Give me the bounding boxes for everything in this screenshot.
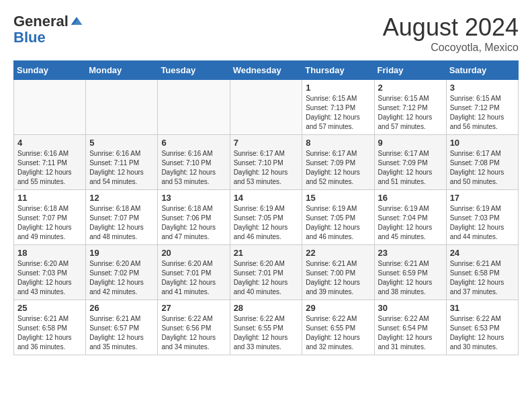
day-number: 8 <box>306 138 370 148</box>
calendar-cell: 31Sunrise: 6:22 AM Sunset: 6:53 PM Dayli… <box>446 300 518 355</box>
weekday-header-wednesday: Wednesday <box>230 61 302 80</box>
calendar-cell: 17Sunrise: 6:19 AM Sunset: 7:03 PM Dayli… <box>446 190 518 245</box>
logo-general: General <box>13 13 69 30</box>
weekday-header-friday: Friday <box>374 61 446 80</box>
day-info: Sunrise: 6:18 AM Sunset: 7:07 PM Dayligh… <box>89 204 154 242</box>
day-number: 22 <box>306 248 370 258</box>
day-number: 31 <box>450 303 515 313</box>
calendar-week-row: 25Sunrise: 6:21 AM Sunset: 6:58 PM Dayli… <box>14 300 519 355</box>
day-info: Sunrise: 6:16 AM Sunset: 7:11 PM Dayligh… <box>89 149 154 187</box>
calendar-cell: 12Sunrise: 6:18 AM Sunset: 7:07 PM Dayli… <box>86 190 158 245</box>
day-number: 7 <box>234 138 299 148</box>
weekday-header-tuesday: Tuesday <box>158 61 230 80</box>
day-number: 11 <box>17 193 82 203</box>
day-info: Sunrise: 6:18 AM Sunset: 7:07 PM Dayligh… <box>17 204 82 242</box>
day-number: 16 <box>378 193 443 203</box>
calendar-cell <box>14 80 86 135</box>
day-info: Sunrise: 6:21 AM Sunset: 7:00 PM Dayligh… <box>306 259 370 297</box>
logo-icon <box>70 15 83 28</box>
day-number: 26 <box>89 303 154 313</box>
day-number: 29 <box>306 303 370 313</box>
calendar-cell: 9Sunrise: 6:17 AM Sunset: 7:09 PM Daylig… <box>374 135 446 190</box>
day-number: 14 <box>234 193 299 203</box>
day-number: 28 <box>234 303 299 313</box>
title-area: August 2024 Cocoyotla, Mexico <box>383 13 519 54</box>
day-info: Sunrise: 6:19 AM Sunset: 7:05 PM Dayligh… <box>234 204 299 242</box>
calendar-cell <box>230 80 302 135</box>
day-number: 2 <box>378 83 443 93</box>
day-info: Sunrise: 6:16 AM Sunset: 7:11 PM Dayligh… <box>17 149 82 187</box>
calendar-cell: 22Sunrise: 6:21 AM Sunset: 7:00 PM Dayli… <box>302 245 374 300</box>
day-number: 6 <box>161 138 226 148</box>
page-header: General Blue August 2024 Cocoyotla, Mexi… <box>13 13 519 54</box>
calendar-cell: 20Sunrise: 6:20 AM Sunset: 7:01 PM Dayli… <box>158 245 230 300</box>
calendar-cell: 5Sunrise: 6:16 AM Sunset: 7:11 PM Daylig… <box>86 135 158 190</box>
day-info: Sunrise: 6:15 AM Sunset: 7:13 PM Dayligh… <box>306 94 370 132</box>
day-number: 15 <box>306 193 370 203</box>
calendar-cell: 16Sunrise: 6:19 AM Sunset: 7:04 PM Dayli… <box>374 190 446 245</box>
calendar-cell: 14Sunrise: 6:19 AM Sunset: 7:05 PM Dayli… <box>230 190 302 245</box>
weekday-header-sunday: Sunday <box>14 61 86 80</box>
day-number: 3 <box>450 83 515 93</box>
day-number: 5 <box>89 138 154 148</box>
day-info: Sunrise: 6:17 AM Sunset: 7:08 PM Dayligh… <box>450 149 515 187</box>
calendar-cell: 4Sunrise: 6:16 AM Sunset: 7:11 PM Daylig… <box>14 135 86 190</box>
calendar-cell: 2Sunrise: 6:15 AM Sunset: 7:12 PM Daylig… <box>374 80 446 135</box>
calendar-cell: 13Sunrise: 6:18 AM Sunset: 7:06 PM Dayli… <box>158 190 230 245</box>
day-info: Sunrise: 6:22 AM Sunset: 6:55 PM Dayligh… <box>306 314 370 352</box>
day-number: 4 <box>17 138 82 148</box>
day-info: Sunrise: 6:17 AM Sunset: 7:10 PM Dayligh… <box>234 149 299 187</box>
calendar-cell: 1Sunrise: 6:15 AM Sunset: 7:13 PM Daylig… <box>302 80 374 135</box>
day-info: Sunrise: 6:22 AM Sunset: 6:55 PM Dayligh… <box>234 314 299 352</box>
calendar-cell: 28Sunrise: 6:22 AM Sunset: 6:55 PM Dayli… <box>230 300 302 355</box>
month-year: August 2024 <box>383 13 519 42</box>
calendar-cell: 25Sunrise: 6:21 AM Sunset: 6:58 PM Dayli… <box>14 300 86 355</box>
day-info: Sunrise: 6:20 AM Sunset: 7:03 PM Dayligh… <box>17 259 82 297</box>
day-number: 21 <box>234 248 299 258</box>
day-info: Sunrise: 6:20 AM Sunset: 7:01 PM Dayligh… <box>161 259 226 297</box>
day-number: 12 <box>89 193 154 203</box>
logo: General Blue <box>13 13 83 46</box>
calendar-cell: 7Sunrise: 6:17 AM Sunset: 7:10 PM Daylig… <box>230 135 302 190</box>
weekday-header-saturday: Saturday <box>446 61 518 80</box>
calendar-cell: 6Sunrise: 6:16 AM Sunset: 7:10 PM Daylig… <box>158 135 230 190</box>
day-info: Sunrise: 6:20 AM Sunset: 7:02 PM Dayligh… <box>89 259 154 297</box>
calendar-cell: 21Sunrise: 6:20 AM Sunset: 7:01 PM Dayli… <box>230 245 302 300</box>
calendar-cell: 29Sunrise: 6:22 AM Sunset: 6:55 PM Dayli… <box>302 300 374 355</box>
calendar-week-row: 4Sunrise: 6:16 AM Sunset: 7:11 PM Daylig… <box>14 135 519 190</box>
day-info: Sunrise: 6:19 AM Sunset: 7:05 PM Dayligh… <box>306 204 370 242</box>
calendar-week-row: 18Sunrise: 6:20 AM Sunset: 7:03 PM Dayli… <box>14 245 519 300</box>
day-number: 20 <box>161 248 226 258</box>
calendar-cell: 23Sunrise: 6:21 AM Sunset: 6:59 PM Dayli… <box>374 245 446 300</box>
location: Cocoyotla, Mexico <box>383 42 519 54</box>
day-info: Sunrise: 6:21 AM Sunset: 6:58 PM Dayligh… <box>17 314 82 352</box>
weekday-header-thursday: Thursday <box>302 61 374 80</box>
calendar-cell: 30Sunrise: 6:22 AM Sunset: 6:54 PM Dayli… <box>374 300 446 355</box>
day-info: Sunrise: 6:22 AM Sunset: 6:53 PM Dayligh… <box>450 314 515 352</box>
day-number: 1 <box>306 83 370 93</box>
day-info: Sunrise: 6:15 AM Sunset: 7:12 PM Dayligh… <box>450 94 515 132</box>
day-info: Sunrise: 6:17 AM Sunset: 7:09 PM Dayligh… <box>378 149 443 187</box>
calendar-week-row: 1Sunrise: 6:15 AM Sunset: 7:13 PM Daylig… <box>14 80 519 135</box>
day-number: 10 <box>450 138 515 148</box>
day-info: Sunrise: 6:21 AM Sunset: 6:58 PM Dayligh… <box>450 259 515 297</box>
logo-blue: Blue <box>13 30 83 46</box>
day-info: Sunrise: 6:20 AM Sunset: 7:01 PM Dayligh… <box>234 259 299 297</box>
day-info: Sunrise: 6:18 AM Sunset: 7:06 PM Dayligh… <box>161 204 226 242</box>
day-info: Sunrise: 6:22 AM Sunset: 6:54 PM Dayligh… <box>378 314 443 352</box>
day-number: 23 <box>378 248 443 258</box>
calendar-cell: 11Sunrise: 6:18 AM Sunset: 7:07 PM Dayli… <box>14 190 86 245</box>
day-info: Sunrise: 6:21 AM Sunset: 6:57 PM Dayligh… <box>89 314 154 352</box>
calendar-cell: 15Sunrise: 6:19 AM Sunset: 7:05 PM Dayli… <box>302 190 374 245</box>
day-number: 18 <box>17 248 82 258</box>
day-number: 24 <box>450 248 515 258</box>
day-number: 13 <box>161 193 226 203</box>
calendar-cell: 27Sunrise: 6:22 AM Sunset: 6:56 PM Dayli… <box>158 300 230 355</box>
calendar-cell: 3Sunrise: 6:15 AM Sunset: 7:12 PM Daylig… <box>446 80 518 135</box>
day-info: Sunrise: 6:19 AM Sunset: 7:03 PM Dayligh… <box>450 204 515 242</box>
calendar-cell <box>86 80 158 135</box>
calendar-table: SundayMondayTuesdayWednesdayThursdayFrid… <box>13 60 519 355</box>
calendar-cell: 10Sunrise: 6:17 AM Sunset: 7:08 PM Dayli… <box>446 135 518 190</box>
calendar-cell: 8Sunrise: 6:17 AM Sunset: 7:09 PM Daylig… <box>302 135 374 190</box>
calendar-cell: 18Sunrise: 6:20 AM Sunset: 7:03 PM Dayli… <box>14 245 86 300</box>
